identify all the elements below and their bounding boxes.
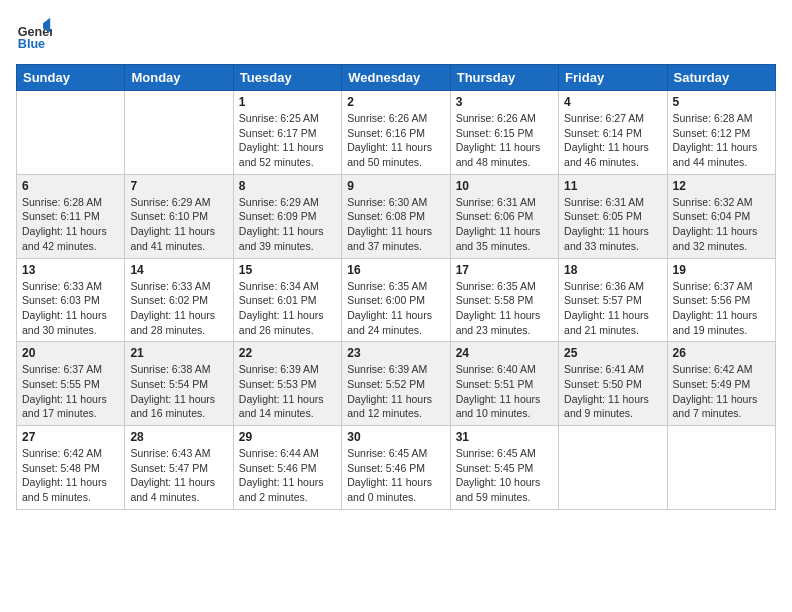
calendar-cell	[559, 426, 667, 510]
day-number: 27	[22, 430, 119, 444]
day-info: Sunrise: 6:35 AM Sunset: 6:00 PM Dayligh…	[347, 279, 444, 338]
calendar-cell: 11Sunrise: 6:31 AM Sunset: 6:05 PM Dayli…	[559, 174, 667, 258]
calendar-cell: 16Sunrise: 6:35 AM Sunset: 6:00 PM Dayli…	[342, 258, 450, 342]
week-row-2: 6Sunrise: 6:28 AM Sunset: 6:11 PM Daylig…	[17, 174, 776, 258]
day-number: 26	[673, 346, 770, 360]
calendar-cell: 15Sunrise: 6:34 AM Sunset: 6:01 PM Dayli…	[233, 258, 341, 342]
week-row-5: 27Sunrise: 6:42 AM Sunset: 5:48 PM Dayli…	[17, 426, 776, 510]
logo-icon: General Blue	[16, 16, 52, 52]
day-info: Sunrise: 6:37 AM Sunset: 5:55 PM Dayligh…	[22, 362, 119, 421]
day-info: Sunrise: 6:36 AM Sunset: 5:57 PM Dayligh…	[564, 279, 661, 338]
day-info: Sunrise: 6:43 AM Sunset: 5:47 PM Dayligh…	[130, 446, 227, 505]
calendar-cell: 1Sunrise: 6:25 AM Sunset: 6:17 PM Daylig…	[233, 91, 341, 175]
day-info: Sunrise: 6:31 AM Sunset: 6:05 PM Dayligh…	[564, 195, 661, 254]
day-number: 11	[564, 179, 661, 193]
calendar-cell: 7Sunrise: 6:29 AM Sunset: 6:10 PM Daylig…	[125, 174, 233, 258]
day-info: Sunrise: 6:28 AM Sunset: 6:11 PM Dayligh…	[22, 195, 119, 254]
day-info: Sunrise: 6:27 AM Sunset: 6:14 PM Dayligh…	[564, 111, 661, 170]
day-number: 6	[22, 179, 119, 193]
calendar-cell: 21Sunrise: 6:38 AM Sunset: 5:54 PM Dayli…	[125, 342, 233, 426]
day-info: Sunrise: 6:31 AM Sunset: 6:06 PM Dayligh…	[456, 195, 553, 254]
day-info: Sunrise: 6:45 AM Sunset: 5:46 PM Dayligh…	[347, 446, 444, 505]
day-info: Sunrise: 6:41 AM Sunset: 5:50 PM Dayligh…	[564, 362, 661, 421]
day-number: 12	[673, 179, 770, 193]
weekday-header-friday: Friday	[559, 65, 667, 91]
calendar-cell: 12Sunrise: 6:32 AM Sunset: 6:04 PM Dayli…	[667, 174, 775, 258]
day-info: Sunrise: 6:29 AM Sunset: 6:09 PM Dayligh…	[239, 195, 336, 254]
calendar-cell: 3Sunrise: 6:26 AM Sunset: 6:15 PM Daylig…	[450, 91, 558, 175]
day-number: 18	[564, 263, 661, 277]
calendar-cell: 4Sunrise: 6:27 AM Sunset: 6:14 PM Daylig…	[559, 91, 667, 175]
day-number: 16	[347, 263, 444, 277]
day-info: Sunrise: 6:33 AM Sunset: 6:02 PM Dayligh…	[130, 279, 227, 338]
day-number: 20	[22, 346, 119, 360]
svg-text:Blue: Blue	[18, 37, 45, 51]
calendar-cell: 10Sunrise: 6:31 AM Sunset: 6:06 PM Dayli…	[450, 174, 558, 258]
calendar-cell: 8Sunrise: 6:29 AM Sunset: 6:09 PM Daylig…	[233, 174, 341, 258]
weekday-header-sunday: Sunday	[17, 65, 125, 91]
day-number: 4	[564, 95, 661, 109]
calendar-cell: 14Sunrise: 6:33 AM Sunset: 6:02 PM Dayli…	[125, 258, 233, 342]
day-number: 31	[456, 430, 553, 444]
calendar-cell: 20Sunrise: 6:37 AM Sunset: 5:55 PM Dayli…	[17, 342, 125, 426]
day-info: Sunrise: 6:37 AM Sunset: 5:56 PM Dayligh…	[673, 279, 770, 338]
calendar-cell: 17Sunrise: 6:35 AM Sunset: 5:58 PM Dayli…	[450, 258, 558, 342]
calendar-cell: 13Sunrise: 6:33 AM Sunset: 6:03 PM Dayli…	[17, 258, 125, 342]
week-row-4: 20Sunrise: 6:37 AM Sunset: 5:55 PM Dayli…	[17, 342, 776, 426]
day-number: 19	[673, 263, 770, 277]
calendar-cell: 27Sunrise: 6:42 AM Sunset: 5:48 PM Dayli…	[17, 426, 125, 510]
page-header: General Blue	[16, 16, 776, 52]
day-number: 7	[130, 179, 227, 193]
day-number: 3	[456, 95, 553, 109]
day-number: 29	[239, 430, 336, 444]
day-number: 30	[347, 430, 444, 444]
calendar-cell: 18Sunrise: 6:36 AM Sunset: 5:57 PM Dayli…	[559, 258, 667, 342]
day-info: Sunrise: 6:25 AM Sunset: 6:17 PM Dayligh…	[239, 111, 336, 170]
day-number: 2	[347, 95, 444, 109]
calendar-cell: 31Sunrise: 6:45 AM Sunset: 5:45 PM Dayli…	[450, 426, 558, 510]
day-info: Sunrise: 6:44 AM Sunset: 5:46 PM Dayligh…	[239, 446, 336, 505]
calendar-cell: 24Sunrise: 6:40 AM Sunset: 5:51 PM Dayli…	[450, 342, 558, 426]
day-number: 8	[239, 179, 336, 193]
day-number: 22	[239, 346, 336, 360]
day-number: 15	[239, 263, 336, 277]
calendar-cell: 6Sunrise: 6:28 AM Sunset: 6:11 PM Daylig…	[17, 174, 125, 258]
day-number: 5	[673, 95, 770, 109]
weekday-header-monday: Monday	[125, 65, 233, 91]
day-number: 23	[347, 346, 444, 360]
day-info: Sunrise: 6:39 AM Sunset: 5:53 PM Dayligh…	[239, 362, 336, 421]
logo: General Blue	[16, 16, 54, 52]
calendar-cell	[125, 91, 233, 175]
day-info: Sunrise: 6:28 AM Sunset: 6:12 PM Dayligh…	[673, 111, 770, 170]
day-info: Sunrise: 6:40 AM Sunset: 5:51 PM Dayligh…	[456, 362, 553, 421]
day-number: 10	[456, 179, 553, 193]
weekday-header-tuesday: Tuesday	[233, 65, 341, 91]
day-info: Sunrise: 6:45 AM Sunset: 5:45 PM Dayligh…	[456, 446, 553, 505]
calendar-cell: 2Sunrise: 6:26 AM Sunset: 6:16 PM Daylig…	[342, 91, 450, 175]
calendar-cell	[667, 426, 775, 510]
day-info: Sunrise: 6:32 AM Sunset: 6:04 PM Dayligh…	[673, 195, 770, 254]
day-number: 17	[456, 263, 553, 277]
calendar-cell: 28Sunrise: 6:43 AM Sunset: 5:47 PM Dayli…	[125, 426, 233, 510]
week-row-3: 13Sunrise: 6:33 AM Sunset: 6:03 PM Dayli…	[17, 258, 776, 342]
calendar-cell	[17, 91, 125, 175]
day-info: Sunrise: 6:26 AM Sunset: 6:15 PM Dayligh…	[456, 111, 553, 170]
weekday-header-wednesday: Wednesday	[342, 65, 450, 91]
day-number: 14	[130, 263, 227, 277]
day-info: Sunrise: 6:30 AM Sunset: 6:08 PM Dayligh…	[347, 195, 444, 254]
day-info: Sunrise: 6:34 AM Sunset: 6:01 PM Dayligh…	[239, 279, 336, 338]
weekday-header-saturday: Saturday	[667, 65, 775, 91]
day-info: Sunrise: 6:33 AM Sunset: 6:03 PM Dayligh…	[22, 279, 119, 338]
day-number: 13	[22, 263, 119, 277]
weekday-header-row: SundayMondayTuesdayWednesdayThursdayFrid…	[17, 65, 776, 91]
day-info: Sunrise: 6:42 AM Sunset: 5:49 PM Dayligh…	[673, 362, 770, 421]
calendar-cell: 22Sunrise: 6:39 AM Sunset: 5:53 PM Dayli…	[233, 342, 341, 426]
day-number: 24	[456, 346, 553, 360]
day-info: Sunrise: 6:26 AM Sunset: 6:16 PM Dayligh…	[347, 111, 444, 170]
day-info: Sunrise: 6:39 AM Sunset: 5:52 PM Dayligh…	[347, 362, 444, 421]
calendar-cell: 9Sunrise: 6:30 AM Sunset: 6:08 PM Daylig…	[342, 174, 450, 258]
calendar-cell: 5Sunrise: 6:28 AM Sunset: 6:12 PM Daylig…	[667, 91, 775, 175]
weekday-header-thursday: Thursday	[450, 65, 558, 91]
calendar-cell: 29Sunrise: 6:44 AM Sunset: 5:46 PM Dayli…	[233, 426, 341, 510]
calendar-cell: 23Sunrise: 6:39 AM Sunset: 5:52 PM Dayli…	[342, 342, 450, 426]
